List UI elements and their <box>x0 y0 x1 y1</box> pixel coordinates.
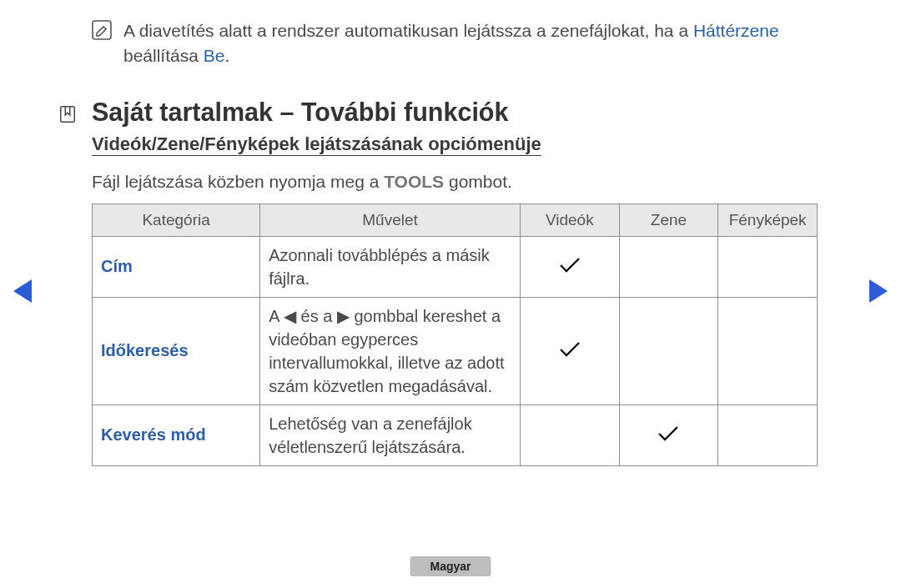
cell-operation: A ◀ és a ▶ gombbal kereshet a videóban e… <box>260 297 521 405</box>
cell-check-fenykepek <box>718 297 818 405</box>
th-category: Kategória <box>93 204 260 236</box>
sub-title: Videók/Zene/Fényképek lejátszásának opci… <box>92 133 541 155</box>
th-photos: Fényképek <box>718 204 818 236</box>
table-header-row: Kategória Művelet Videók Zene Fényképek <box>93 204 818 236</box>
check-icon <box>559 339 581 362</box>
note-text: A diavetítés alatt a rendszer automatiku… <box>123 18 818 69</box>
cell-check-zene <box>619 297 718 405</box>
cell-operation: Azonnali továbblépés a másik fájlra. <box>260 236 521 297</box>
section-heading-row: Saját tartalmak – További funkciók <box>92 98 818 127</box>
table-row: IdőkeresésA ◀ és a ▶ gombbal kereshet a … <box>93 297 818 405</box>
th-videos: Videók <box>520 204 619 236</box>
table-row: CímAzonnali továbblépés a másik fájlra. <box>93 236 818 297</box>
cell-operation: Lehetőség van a zenefájlok véletlenszerű… <box>260 405 521 465</box>
cell-check-videok <box>520 236 619 297</box>
instruction-text: Fájl lejátszása közben nyomja meg a TOOL… <box>92 172 818 192</box>
cell-check-zene <box>619 405 718 465</box>
cell-check-videok <box>520 297 619 405</box>
check-icon <box>657 424 679 446</box>
table-row: Keverés módLehetőség van a zenefájlok vé… <box>93 405 818 465</box>
svg-rect-0 <box>93 21 111 39</box>
section-title: Saját tartalmak – További funkciók <box>92 98 508 127</box>
cell-category: Időkeresés <box>93 297 260 405</box>
bookmark-icon <box>58 105 77 123</box>
th-music: Zene <box>619 204 718 236</box>
note-highlight-1: Háttérzene <box>693 21 779 40</box>
th-operation: Művelet <box>260 204 521 236</box>
note-after: . <box>224 46 229 65</box>
page-content: A diavetítés alatt a rendszer automatiku… <box>92 18 818 466</box>
nav-next-arrow[interactable] <box>869 279 888 303</box>
tools-button-label: TOOLS <box>384 172 444 191</box>
cell-category: Keverés mód <box>93 405 260 465</box>
note-block: A diavetítés alatt a rendszer automatiku… <box>92 18 818 69</box>
cell-category: Cím <box>93 236 260 297</box>
instruction-before: Fájl lejátszása közben nyomja meg a <box>92 172 384 191</box>
svg-rect-1 <box>61 107 75 122</box>
instruction-after: gombot. <box>444 172 512 191</box>
note-highlight-2: Be <box>204 46 225 65</box>
note-text-before: A diavetítés alatt a rendszer automatiku… <box>123 21 693 40</box>
cell-check-videok <box>520 405 619 465</box>
cell-check-zene <box>619 236 718 297</box>
note-mid: beállítása <box>123 46 204 65</box>
note-icon <box>92 20 112 40</box>
nav-prev-arrow[interactable] <box>13 279 32 303</box>
options-table: Kategória Művelet Videók Zene Fényképek … <box>92 204 818 466</box>
cell-check-fenykepek <box>718 236 818 297</box>
check-icon <box>559 255 581 278</box>
cell-check-fenykepek <box>718 405 818 465</box>
language-badge: Magyar <box>410 556 491 576</box>
